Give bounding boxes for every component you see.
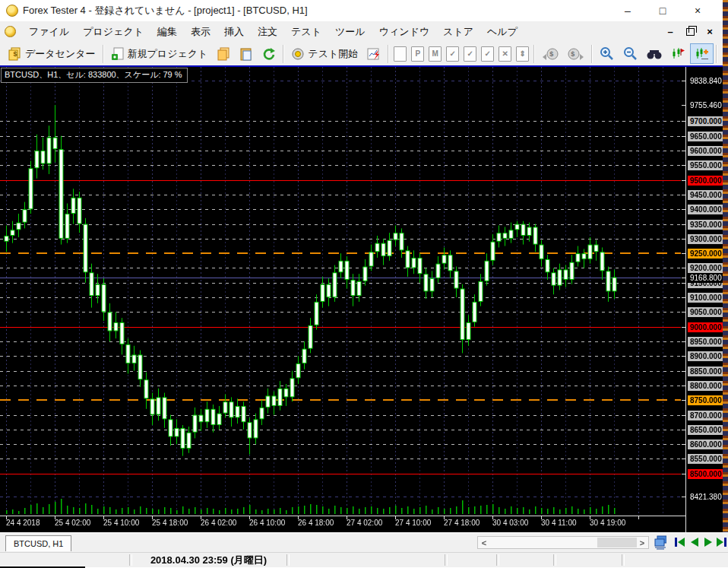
time-label: 25 4 18:00 xyxy=(152,519,188,527)
first-bar-icon xyxy=(674,537,685,547)
price-label: 8750.000 xyxy=(688,395,723,405)
restore-icon xyxy=(686,28,695,36)
order-doc-button-5[interactable]: ✓ xyxy=(481,46,494,62)
menu-item-9[interactable]: ストア xyxy=(436,22,480,42)
price-label: 9200.000 xyxy=(688,263,723,273)
next-bar-icon xyxy=(704,537,714,547)
price-label: 8800.000 xyxy=(688,381,723,391)
chart-info-label: BTCUSD、H1、セル: 833800、スケール: 79 % xyxy=(1,68,188,83)
menu-item-3[interactable]: 表示 xyxy=(184,22,217,42)
price-label: 8950.000 xyxy=(688,337,723,347)
menu-item-10[interactable]: ヘルプ xyxy=(480,22,524,42)
new-project-label: 新規プロジェクト xyxy=(128,47,208,61)
time-label: 26 4 10:00 xyxy=(249,519,285,527)
add-bars-button[interactable] xyxy=(690,43,714,64)
menu-item-8[interactable]: ウィンドウ xyxy=(372,22,437,42)
minimize-button[interactable]: – xyxy=(610,0,645,21)
price-label: 9250.000 xyxy=(688,249,723,259)
status-separator xyxy=(445,554,448,566)
forex-tester-window: Forex Tester 4 - 登録されていません - [project1] … xyxy=(0,0,728,568)
menu-item-0[interactable]: ファイル xyxy=(22,22,76,42)
price-label: 9450.000 xyxy=(688,190,723,200)
order-doc-button-2[interactable]: M xyxy=(429,46,442,62)
mdi-minimize-button[interactable]: – xyxy=(663,25,677,39)
step-forward-button[interactable] xyxy=(702,535,715,549)
save-project-button[interactable] xyxy=(235,44,258,64)
open-project-button[interactable] xyxy=(212,44,235,64)
buy-order-button[interactable]: $ xyxy=(563,44,589,64)
price-label: 9650.000 xyxy=(688,132,723,141)
toolbar-separator xyxy=(388,45,389,63)
toolbar-separator xyxy=(103,45,104,63)
app-logo-icon xyxy=(6,5,18,17)
go-first-button[interactable] xyxy=(673,535,686,549)
candles-flag-icon xyxy=(671,46,685,61)
menu-item-6[interactable]: テスト xyxy=(284,22,328,42)
price-label: 8650.000 xyxy=(688,425,723,435)
status-separator xyxy=(286,554,290,566)
scroll-left-button[interactable]: < xyxy=(478,537,490,548)
money-bag-left-icon: $ xyxy=(542,47,559,61)
order-doc-button-1[interactable]: P xyxy=(411,46,424,62)
order-doc-button-3[interactable]: ✓ xyxy=(446,46,459,62)
go-last-button[interactable] xyxy=(715,535,728,549)
new-project-button[interactable]: 新規プロジェクト xyxy=(106,44,213,64)
order-doc-button-6[interactable]: ✕ xyxy=(499,46,511,62)
data-center-button[interactable]: $ データセンター xyxy=(4,44,100,64)
menu-item-7[interactable]: ツール xyxy=(328,22,372,42)
time-label: 24 4 2018 xyxy=(6,519,40,527)
time-label: 27 4 18:00 xyxy=(444,519,480,527)
mdi-close-button[interactable]: × xyxy=(703,25,717,39)
desktop-edge-strip xyxy=(723,0,728,532)
toolbar-separator xyxy=(591,45,593,63)
time-label: 27 4 02:00 xyxy=(347,519,382,527)
menu-item-1[interactable]: プロジェクト xyxy=(76,22,150,42)
maximize-button[interactable]: □ xyxy=(645,0,680,21)
toolbar: $ データセンター 新規プロジェクト xyxy=(0,42,723,65)
copy-icon xyxy=(217,47,230,61)
restart-project-button[interactable] xyxy=(258,44,280,64)
price-label: 9500.000 xyxy=(688,176,723,186)
price-label: 9100.000 xyxy=(688,293,723,303)
scroll-right-button[interactable]: > xyxy=(636,537,648,548)
tile-charts-button[interactable] xyxy=(654,535,666,549)
order-doc-button-0[interactable] xyxy=(394,46,407,62)
jump-to-bar-button[interactable] xyxy=(666,43,690,64)
order-doc-button-7[interactable]: ⇕ xyxy=(516,46,529,62)
find-bar-button[interactable] xyxy=(642,45,666,63)
menu-item-2[interactable]: 編集 xyxy=(150,22,184,42)
mdi-restore-button[interactable] xyxy=(683,25,697,39)
chart-horizontal-scrollbar[interactable]: < > xyxy=(477,536,649,549)
status-separator xyxy=(622,554,625,566)
title-bar: Forex Tester 4 - 登録されていません - [project1] … xyxy=(0,0,723,22)
zoom-in-button[interactable] xyxy=(595,43,619,64)
last-bar-icon xyxy=(716,537,727,547)
candlestick-chart-canvas[interactable] xyxy=(0,67,723,532)
tab-btcusd-h1[interactable]: BTCUSD, H1 xyxy=(5,535,71,551)
quick-test-button[interactable] xyxy=(362,44,385,64)
zoom-in-icon xyxy=(600,46,614,61)
close-button[interactable]: × xyxy=(680,0,715,21)
status-separator xyxy=(553,554,556,566)
zoom-out-button[interactable] xyxy=(619,43,642,64)
step-back-button[interactable] xyxy=(688,535,701,549)
price-label: 8500.000 xyxy=(688,469,723,479)
time-label: 26 4 18:00 xyxy=(298,519,334,527)
chart-tab-bar: BTCUSD, H1 < > xyxy=(0,532,728,553)
sell-order-button[interactable]: $ xyxy=(537,44,563,64)
time-label: 30 4 19:00 xyxy=(590,519,625,527)
data-center-label: データセンター xyxy=(25,47,96,61)
scrollbar-thumb[interactable] xyxy=(597,538,637,547)
time-label: 27 4 10:00 xyxy=(395,519,431,527)
price-label: 9400.000 xyxy=(688,205,723,214)
toolbar-separator xyxy=(716,45,717,63)
price-label: 9000.000 xyxy=(688,322,723,332)
time-label: 26 4 02:00 xyxy=(201,519,236,527)
start-test-button[interactable]: テスト開始 xyxy=(286,44,362,64)
price-label: 9050.000 xyxy=(688,307,723,317)
price-label: 8600.000 xyxy=(688,439,723,449)
order-doc-button-4[interactable]: ✓ xyxy=(464,46,476,62)
money-bag-right-icon: $ xyxy=(568,47,584,61)
menu-item-4[interactable]: 挿入 xyxy=(217,22,251,42)
menu-item-5[interactable]: 注文 xyxy=(251,22,284,42)
